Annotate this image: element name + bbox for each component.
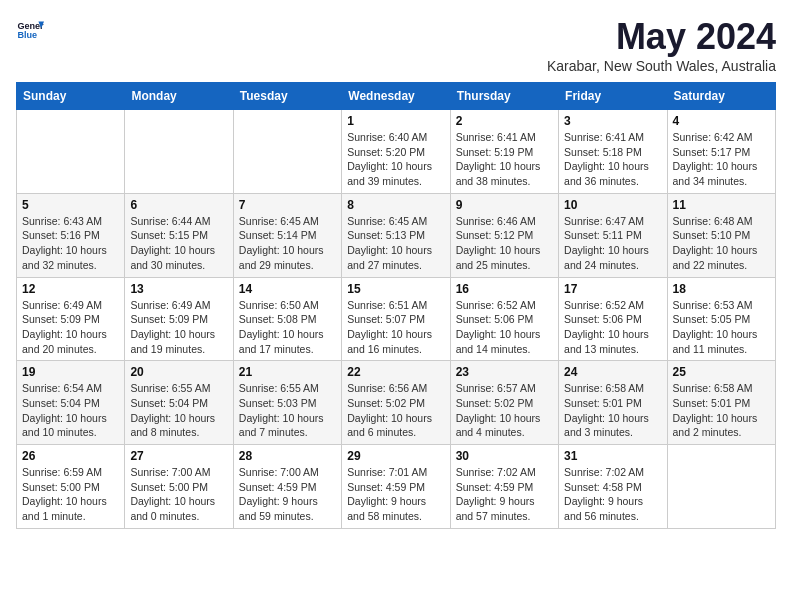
day-info: Sunrise: 7:00 AM Sunset: 4:59 PM Dayligh… [239,465,336,524]
day-number: 23 [456,365,553,379]
table-row: 20Sunrise: 6:55 AM Sunset: 5:04 PM Dayli… [125,361,233,445]
col-sunday: Sunday [17,83,125,110]
week-row-1: 1Sunrise: 6:40 AM Sunset: 5:20 PM Daylig… [17,110,776,194]
table-row: 17Sunrise: 6:52 AM Sunset: 5:06 PM Dayli… [559,277,667,361]
day-number: 1 [347,114,444,128]
day-number: 25 [673,365,770,379]
day-number: 3 [564,114,661,128]
day-info: Sunrise: 6:53 AM Sunset: 5:05 PM Dayligh… [673,298,770,357]
day-info: Sunrise: 7:02 AM Sunset: 4:59 PM Dayligh… [456,465,553,524]
table-row: 25Sunrise: 6:58 AM Sunset: 5:01 PM Dayli… [667,361,775,445]
day-info: Sunrise: 7:00 AM Sunset: 5:00 PM Dayligh… [130,465,227,524]
table-row [233,110,341,194]
table-row: 10Sunrise: 6:47 AM Sunset: 5:11 PM Dayli… [559,193,667,277]
table-row: 16Sunrise: 6:52 AM Sunset: 5:06 PM Dayli… [450,277,558,361]
day-number: 21 [239,365,336,379]
day-info: Sunrise: 6:48 AM Sunset: 5:10 PM Dayligh… [673,214,770,273]
table-row: 11Sunrise: 6:48 AM Sunset: 5:10 PM Dayli… [667,193,775,277]
day-number: 12 [22,282,119,296]
day-info: Sunrise: 6:56 AM Sunset: 5:02 PM Dayligh… [347,381,444,440]
day-info: Sunrise: 6:50 AM Sunset: 5:08 PM Dayligh… [239,298,336,357]
logo: General Blue [16,16,44,44]
table-row: 8Sunrise: 6:45 AM Sunset: 5:13 PM Daylig… [342,193,450,277]
day-info: Sunrise: 6:59 AM Sunset: 5:00 PM Dayligh… [22,465,119,524]
day-number: 15 [347,282,444,296]
table-row: 7Sunrise: 6:45 AM Sunset: 5:14 PM Daylig… [233,193,341,277]
week-row-5: 26Sunrise: 6:59 AM Sunset: 5:00 PM Dayli… [17,445,776,529]
table-row: 30Sunrise: 7:02 AM Sunset: 4:59 PM Dayli… [450,445,558,529]
table-row: 21Sunrise: 6:55 AM Sunset: 5:03 PM Dayli… [233,361,341,445]
day-number: 30 [456,449,553,463]
week-row-2: 5Sunrise: 6:43 AM Sunset: 5:16 PM Daylig… [17,193,776,277]
table-row: 13Sunrise: 6:49 AM Sunset: 5:09 PM Dayli… [125,277,233,361]
table-row: 23Sunrise: 6:57 AM Sunset: 5:02 PM Dayli… [450,361,558,445]
day-number: 27 [130,449,227,463]
table-row: 29Sunrise: 7:01 AM Sunset: 4:59 PM Dayli… [342,445,450,529]
day-info: Sunrise: 6:42 AM Sunset: 5:17 PM Dayligh… [673,130,770,189]
day-number: 2 [456,114,553,128]
day-info: Sunrise: 6:51 AM Sunset: 5:07 PM Dayligh… [347,298,444,357]
day-number: 6 [130,198,227,212]
header: General Blue May 2024 Karabar, New South… [16,16,776,74]
calendar-table: Sunday Monday Tuesday Wednesday Thursday… [16,82,776,529]
day-number: 22 [347,365,444,379]
header-row: Sunday Monday Tuesday Wednesday Thursday… [17,83,776,110]
col-tuesday: Tuesday [233,83,341,110]
day-number: 14 [239,282,336,296]
title-area: May 2024 Karabar, New South Wales, Austr… [547,16,776,74]
table-row: 1Sunrise: 6:40 AM Sunset: 5:20 PM Daylig… [342,110,450,194]
day-number: 28 [239,449,336,463]
day-info: Sunrise: 6:58 AM Sunset: 5:01 PM Dayligh… [673,381,770,440]
table-row: 27Sunrise: 7:00 AM Sunset: 5:00 PM Dayli… [125,445,233,529]
col-friday: Friday [559,83,667,110]
day-info: Sunrise: 6:58 AM Sunset: 5:01 PM Dayligh… [564,381,661,440]
day-info: Sunrise: 6:54 AM Sunset: 5:04 PM Dayligh… [22,381,119,440]
day-info: Sunrise: 6:44 AM Sunset: 5:15 PM Dayligh… [130,214,227,273]
day-info: Sunrise: 6:55 AM Sunset: 5:04 PM Dayligh… [130,381,227,440]
day-number: 8 [347,198,444,212]
day-info: Sunrise: 7:01 AM Sunset: 4:59 PM Dayligh… [347,465,444,524]
table-row: 22Sunrise: 6:56 AM Sunset: 5:02 PM Dayli… [342,361,450,445]
day-number: 10 [564,198,661,212]
day-info: Sunrise: 6:41 AM Sunset: 5:18 PM Dayligh… [564,130,661,189]
day-number: 16 [456,282,553,296]
table-row: 19Sunrise: 6:54 AM Sunset: 5:04 PM Dayli… [17,361,125,445]
day-info: Sunrise: 6:52 AM Sunset: 5:06 PM Dayligh… [456,298,553,357]
table-row: 15Sunrise: 6:51 AM Sunset: 5:07 PM Dayli… [342,277,450,361]
table-row [667,445,775,529]
day-info: Sunrise: 6:40 AM Sunset: 5:20 PM Dayligh… [347,130,444,189]
day-info: Sunrise: 6:55 AM Sunset: 5:03 PM Dayligh… [239,381,336,440]
table-row: 14Sunrise: 6:50 AM Sunset: 5:08 PM Dayli… [233,277,341,361]
svg-text:Blue: Blue [17,30,37,40]
week-row-4: 19Sunrise: 6:54 AM Sunset: 5:04 PM Dayli… [17,361,776,445]
day-number: 5 [22,198,119,212]
table-row [125,110,233,194]
table-row: 5Sunrise: 6:43 AM Sunset: 5:16 PM Daylig… [17,193,125,277]
day-number: 24 [564,365,661,379]
table-row: 28Sunrise: 7:00 AM Sunset: 4:59 PM Dayli… [233,445,341,529]
day-info: Sunrise: 6:43 AM Sunset: 5:16 PM Dayligh… [22,214,119,273]
day-number: 9 [456,198,553,212]
table-row: 31Sunrise: 7:02 AM Sunset: 4:58 PM Dayli… [559,445,667,529]
col-monday: Monday [125,83,233,110]
table-row [17,110,125,194]
day-number: 4 [673,114,770,128]
table-row: 12Sunrise: 6:49 AM Sunset: 5:09 PM Dayli… [17,277,125,361]
day-number: 17 [564,282,661,296]
table-row: 26Sunrise: 6:59 AM Sunset: 5:00 PM Dayli… [17,445,125,529]
day-number: 13 [130,282,227,296]
day-number: 18 [673,282,770,296]
day-number: 19 [22,365,119,379]
day-info: Sunrise: 7:02 AM Sunset: 4:58 PM Dayligh… [564,465,661,524]
week-row-3: 12Sunrise: 6:49 AM Sunset: 5:09 PM Dayli… [17,277,776,361]
logo-icon: General Blue [16,16,44,44]
table-row: 9Sunrise: 6:46 AM Sunset: 5:12 PM Daylig… [450,193,558,277]
day-number: 20 [130,365,227,379]
table-row: 4Sunrise: 6:42 AM Sunset: 5:17 PM Daylig… [667,110,775,194]
day-info: Sunrise: 6:45 AM Sunset: 5:13 PM Dayligh… [347,214,444,273]
table-row: 2Sunrise: 6:41 AM Sunset: 5:19 PM Daylig… [450,110,558,194]
day-info: Sunrise: 6:41 AM Sunset: 5:19 PM Dayligh… [456,130,553,189]
day-info: Sunrise: 6:49 AM Sunset: 5:09 PM Dayligh… [130,298,227,357]
day-number: 26 [22,449,119,463]
day-number: 29 [347,449,444,463]
